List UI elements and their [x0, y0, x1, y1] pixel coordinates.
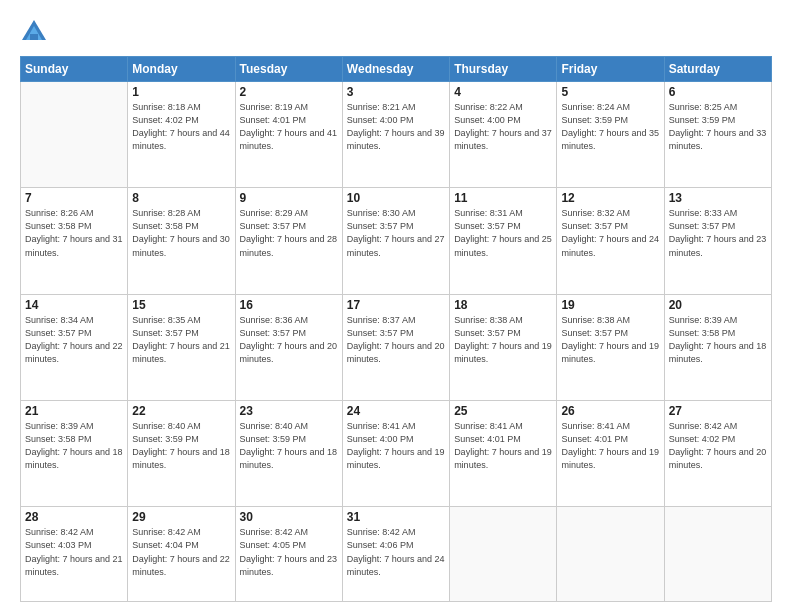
day-number: 14 — [25, 298, 123, 312]
day-info: Sunrise: 8:42 AM Sunset: 4:05 PM Dayligh… — [240, 526, 338, 578]
day-info: Sunrise: 8:35 AM Sunset: 3:57 PM Dayligh… — [132, 314, 230, 366]
day-info: Sunrise: 8:30 AM Sunset: 3:57 PM Dayligh… — [347, 207, 445, 259]
header — [20, 18, 772, 46]
day-info: Sunrise: 8:42 AM Sunset: 4:04 PM Dayligh… — [132, 526, 230, 578]
calendar-cell: 12Sunrise: 8:32 AM Sunset: 3:57 PM Dayli… — [557, 188, 664, 294]
day-info: Sunrise: 8:26 AM Sunset: 3:58 PM Dayligh… — [25, 207, 123, 259]
day-number: 17 — [347, 298, 445, 312]
day-number: 12 — [561, 191, 659, 205]
day-number: 6 — [669, 85, 767, 99]
day-number: 3 — [347, 85, 445, 99]
day-number: 29 — [132, 510, 230, 524]
calendar-cell — [21, 82, 128, 188]
day-number: 22 — [132, 404, 230, 418]
weekday-header: Saturday — [664, 57, 771, 82]
day-number: 25 — [454, 404, 552, 418]
calendar-cell: 20Sunrise: 8:39 AM Sunset: 3:58 PM Dayli… — [664, 294, 771, 400]
day-number: 13 — [669, 191, 767, 205]
day-info: Sunrise: 8:19 AM Sunset: 4:01 PM Dayligh… — [240, 101, 338, 153]
day-info: Sunrise: 8:28 AM Sunset: 3:58 PM Dayligh… — [132, 207, 230, 259]
calendar-cell: 1Sunrise: 8:18 AM Sunset: 4:02 PM Daylig… — [128, 82, 235, 188]
day-info: Sunrise: 8:32 AM Sunset: 3:57 PM Dayligh… — [561, 207, 659, 259]
calendar-cell: 3Sunrise: 8:21 AM Sunset: 4:00 PM Daylig… — [342, 82, 449, 188]
day-number: 11 — [454, 191, 552, 205]
calendar-cell: 5Sunrise: 8:24 AM Sunset: 3:59 PM Daylig… — [557, 82, 664, 188]
calendar-cell: 13Sunrise: 8:33 AM Sunset: 3:57 PM Dayli… — [664, 188, 771, 294]
day-info: Sunrise: 8:33 AM Sunset: 3:57 PM Dayligh… — [669, 207, 767, 259]
calendar-header-row: SundayMondayTuesdayWednesdayThursdayFrid… — [21, 57, 772, 82]
weekday-header: Wednesday — [342, 57, 449, 82]
day-info: Sunrise: 8:42 AM Sunset: 4:03 PM Dayligh… — [25, 526, 123, 578]
calendar-cell: 15Sunrise: 8:35 AM Sunset: 3:57 PM Dayli… — [128, 294, 235, 400]
day-info: Sunrise: 8:39 AM Sunset: 3:58 PM Dayligh… — [25, 420, 123, 472]
day-number: 27 — [669, 404, 767, 418]
day-info: Sunrise: 8:38 AM Sunset: 3:57 PM Dayligh… — [561, 314, 659, 366]
day-number: 2 — [240, 85, 338, 99]
day-number: 4 — [454, 85, 552, 99]
day-info: Sunrise: 8:25 AM Sunset: 3:59 PM Dayligh… — [669, 101, 767, 153]
day-info: Sunrise: 8:22 AM Sunset: 4:00 PM Dayligh… — [454, 101, 552, 153]
calendar-cell: 4Sunrise: 8:22 AM Sunset: 4:00 PM Daylig… — [450, 82, 557, 188]
calendar-cell: 2Sunrise: 8:19 AM Sunset: 4:01 PM Daylig… — [235, 82, 342, 188]
weekday-header: Monday — [128, 57, 235, 82]
day-info: Sunrise: 8:31 AM Sunset: 3:57 PM Dayligh… — [454, 207, 552, 259]
calendar-cell: 29Sunrise: 8:42 AM Sunset: 4:04 PM Dayli… — [128, 507, 235, 602]
day-number: 16 — [240, 298, 338, 312]
calendar-cell: 7Sunrise: 8:26 AM Sunset: 3:58 PM Daylig… — [21, 188, 128, 294]
day-info: Sunrise: 8:18 AM Sunset: 4:02 PM Dayligh… — [132, 101, 230, 153]
day-info: Sunrise: 8:37 AM Sunset: 3:57 PM Dayligh… — [347, 314, 445, 366]
calendar-cell: 25Sunrise: 8:41 AM Sunset: 4:01 PM Dayli… — [450, 401, 557, 507]
calendar-cell: 30Sunrise: 8:42 AM Sunset: 4:05 PM Dayli… — [235, 507, 342, 602]
calendar-table: SundayMondayTuesdayWednesdayThursdayFrid… — [20, 56, 772, 602]
day-info: Sunrise: 8:38 AM Sunset: 3:57 PM Dayligh… — [454, 314, 552, 366]
day-info: Sunrise: 8:41 AM Sunset: 4:01 PM Dayligh… — [454, 420, 552, 472]
weekday-header: Tuesday — [235, 57, 342, 82]
calendar-week-row: 1Sunrise: 8:18 AM Sunset: 4:02 PM Daylig… — [21, 82, 772, 188]
day-number: 21 — [25, 404, 123, 418]
calendar-cell: 11Sunrise: 8:31 AM Sunset: 3:57 PM Dayli… — [450, 188, 557, 294]
day-info: Sunrise: 8:24 AM Sunset: 3:59 PM Dayligh… — [561, 101, 659, 153]
weekday-header: Thursday — [450, 57, 557, 82]
calendar-week-row: 28Sunrise: 8:42 AM Sunset: 4:03 PM Dayli… — [21, 507, 772, 602]
day-number: 5 — [561, 85, 659, 99]
calendar-cell: 10Sunrise: 8:30 AM Sunset: 3:57 PM Dayli… — [342, 188, 449, 294]
day-info: Sunrise: 8:36 AM Sunset: 3:57 PM Dayligh… — [240, 314, 338, 366]
day-number: 31 — [347, 510, 445, 524]
day-number: 19 — [561, 298, 659, 312]
day-info: Sunrise: 8:41 AM Sunset: 4:00 PM Dayligh… — [347, 420, 445, 472]
day-info: Sunrise: 8:40 AM Sunset: 3:59 PM Dayligh… — [240, 420, 338, 472]
calendar-cell: 18Sunrise: 8:38 AM Sunset: 3:57 PM Dayli… — [450, 294, 557, 400]
day-number: 7 — [25, 191, 123, 205]
calendar-cell: 6Sunrise: 8:25 AM Sunset: 3:59 PM Daylig… — [664, 82, 771, 188]
day-number: 30 — [240, 510, 338, 524]
calendar-cell — [450, 507, 557, 602]
logo-icon — [20, 18, 48, 46]
weekday-header: Friday — [557, 57, 664, 82]
calendar-cell: 23Sunrise: 8:40 AM Sunset: 3:59 PM Dayli… — [235, 401, 342, 507]
day-info: Sunrise: 8:39 AM Sunset: 3:58 PM Dayligh… — [669, 314, 767, 366]
calendar-cell: 26Sunrise: 8:41 AM Sunset: 4:01 PM Dayli… — [557, 401, 664, 507]
calendar-week-row: 21Sunrise: 8:39 AM Sunset: 3:58 PM Dayli… — [21, 401, 772, 507]
day-info: Sunrise: 8:42 AM Sunset: 4:02 PM Dayligh… — [669, 420, 767, 472]
day-info: Sunrise: 8:21 AM Sunset: 4:00 PM Dayligh… — [347, 101, 445, 153]
calendar-week-row: 14Sunrise: 8:34 AM Sunset: 3:57 PM Dayli… — [21, 294, 772, 400]
calendar-cell: 16Sunrise: 8:36 AM Sunset: 3:57 PM Dayli… — [235, 294, 342, 400]
weekday-header: Sunday — [21, 57, 128, 82]
day-number: 18 — [454, 298, 552, 312]
calendar-cell: 8Sunrise: 8:28 AM Sunset: 3:58 PM Daylig… — [128, 188, 235, 294]
calendar-cell: 17Sunrise: 8:37 AM Sunset: 3:57 PM Dayli… — [342, 294, 449, 400]
day-number: 8 — [132, 191, 230, 205]
day-number: 23 — [240, 404, 338, 418]
calendar-cell — [557, 507, 664, 602]
day-info: Sunrise: 8:40 AM Sunset: 3:59 PM Dayligh… — [132, 420, 230, 472]
logo — [20, 18, 52, 46]
calendar-cell: 9Sunrise: 8:29 AM Sunset: 3:57 PM Daylig… — [235, 188, 342, 294]
day-info: Sunrise: 8:29 AM Sunset: 3:57 PM Dayligh… — [240, 207, 338, 259]
day-info: Sunrise: 8:41 AM Sunset: 4:01 PM Dayligh… — [561, 420, 659, 472]
calendar-cell: 27Sunrise: 8:42 AM Sunset: 4:02 PM Dayli… — [664, 401, 771, 507]
calendar-cell: 19Sunrise: 8:38 AM Sunset: 3:57 PM Dayli… — [557, 294, 664, 400]
day-number: 28 — [25, 510, 123, 524]
day-info: Sunrise: 8:34 AM Sunset: 3:57 PM Dayligh… — [25, 314, 123, 366]
day-number: 10 — [347, 191, 445, 205]
day-number: 1 — [132, 85, 230, 99]
